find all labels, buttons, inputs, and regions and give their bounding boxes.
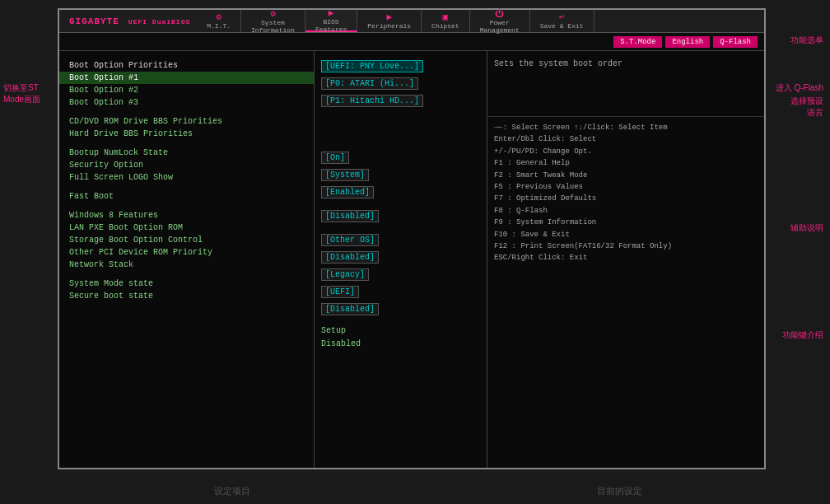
val-boot3: [P1: Hitachi HD...] <box>315 92 487 110</box>
annotation-help: 辅助说明 <box>790 222 823 234</box>
logo-subtitle: UEFI DualBIOS <box>128 18 190 26</box>
system-icon: ⚙ <box>270 8 276 19</box>
win8-value[interactable]: [Other OS] <box>321 234 379 246</box>
network-value[interactable]: [Disabled] <box>321 303 379 315</box>
other-pci-value[interactable]: [UEFI] <box>321 286 359 298</box>
tab-save-exit[interactable]: ↩ Save & Exit <box>530 10 595 32</box>
bios-label: BIOSFeatures <box>315 19 347 34</box>
storage-value[interactable]: [Legacy] <box>321 268 369 281</box>
tab-power[interactable]: ⏻ PowerManagement <box>470 10 530 32</box>
val-network: [Disabled] <box>315 301 487 318</box>
setting-cdvd-bbs[interactable]: CD/DVD ROM Drive BBS Priorities <box>59 115 314 128</box>
val-sep4 <box>315 225 487 231</box>
power-label: PowerManagement <box>480 20 520 35</box>
val-system-mode: Setup <box>315 324 487 338</box>
keybind-3: F1 : General Help <box>494 157 758 169</box>
tab-mit[interactable]: ⚙ M.I.T. <box>197 10 241 32</box>
val-sep2 <box>315 136 487 149</box>
annotation-switch-st2: Mode画面 <box>3 94 40 105</box>
setting-bootup-numlock[interactable]: Bootup NumLock State <box>59 147 314 159</box>
right-panel: Sets the system boot order →←: Select Sc… <box>487 51 764 468</box>
keybind-2: +/-/PU/PD: Change Opt. <box>494 146 758 157</box>
keybind-6: F7 : Optimized Defaults <box>494 193 758 204</box>
english-button[interactable]: English <box>665 36 710 48</box>
separator-5 <box>59 271 314 278</box>
setting-secure-boot-state[interactable]: Secure boot state <box>59 290 314 302</box>
setting-other-pci[interactable]: Other PCI Device ROM Priority <box>59 246 314 259</box>
brand-name: GIGABYTE <box>69 16 119 26</box>
fastboot-value[interactable]: [Disabled] <box>321 210 379 222</box>
val-numlock: [On] <box>315 149 487 166</box>
mode-bar: S.T.Mode English Q-Flash <box>59 33 764 51</box>
system-mode-value: Setup <box>321 326 346 335</box>
mit-label: M.I.T. <box>207 23 231 30</box>
val-boot1: [UEFI: PNY Love...] <box>315 58 487 75</box>
tab-bios[interactable]: ▶ BIOSFeatures <box>305 10 357 32</box>
mit-icon: ⚙ <box>216 12 221 22</box>
annotation-switch-st: 切换至ST <box>3 82 39 94</box>
keybind-9: F10 : Save & Exit <box>494 229 758 240</box>
annotation-qflash: 进入 Q-Flash <box>776 82 823 94</box>
tab-system[interactable]: ⚙ SystemInformation <box>241 10 305 32</box>
setting-full-screen-logo[interactable]: Full Screen LOGO Show <box>59 171 314 184</box>
val-sep3 <box>315 201 487 208</box>
separator-4 <box>59 203 314 209</box>
val-logo: [Enabled] <box>315 184 487 201</box>
bios-icon: ▶ <box>329 7 334 18</box>
bottom-labels: 设定项目 目前的设定 <box>58 485 766 497</box>
separator-3 <box>59 184 314 190</box>
setting-boot-option-priorities[interactable]: Boot Option Priorities <box>59 58 314 72</box>
boot3-value[interactable]: [P1: Hitachi HD...] <box>321 95 423 107</box>
security-value[interactable]: [System] <box>321 169 369 181</box>
setting-security-option[interactable]: Security Option <box>59 159 314 171</box>
setting-system-mode-state[interactable]: System Mode state <box>59 278 314 290</box>
annotation-func-menu: 功能选单 <box>790 35 823 46</box>
keybind-11: ESC/Right Click: Exit <box>494 252 758 264</box>
st-mode-button[interactable]: S.T.Mode <box>613 36 662 48</box>
annotation-lang2: 语言 <box>807 107 823 119</box>
setting-storage-boot[interactable]: Storage Boot Option Control <box>59 234 314 246</box>
chipset-label: Chipset <box>431 23 459 30</box>
lan-value[interactable]: [Disabled] <box>321 251 379 264</box>
keybind-10: F12 : Print Screen(FAT16/32 Format Only) <box>494 240 758 252</box>
peripherals-label: Peripherals <box>367 23 411 30</box>
bios-window: GIGABYTE UEFI DualBIOS ⚙ M.I.T. ⚙ System… <box>58 8 766 469</box>
val-sep5 <box>315 318 487 324</box>
val-sep1 <box>315 110 487 136</box>
val-win8: [Other OS] <box>315 231 487 249</box>
val-lan: [Disabled] <box>315 249 487 266</box>
values-panel: [UEFI: PNY Love...] [P0: ATARI (Hi...] [… <box>315 51 487 468</box>
setting-hdd-bbs[interactable]: Hard Drive BBS Priorities <box>59 128 314 140</box>
setting-boot-option-1[interactable]: Boot Option #1 <box>59 72 314 84</box>
keybind-0: →←: Select Screen ↑↓/Click: Select Item <box>494 122 758 133</box>
save-exit-label: Save & Exit <box>540 23 584 30</box>
val-security: [System] <box>315 166 487 184</box>
setting-fast-boot[interactable]: Fast Boot <box>59 190 314 203</box>
setting-boot-option-3[interactable]: Boot Option #3 <box>59 96 314 109</box>
set-items-text: 设定项目 <box>214 486 250 496</box>
bottom-label-current-set: 目前的设定 <box>597 485 642 497</box>
setting-windows8[interactable]: Windows 8 Features <box>59 209 314 222</box>
current-set-text: 目前的设定 <box>597 486 642 496</box>
annotation-keybind-intro: 功能键介绍 <box>782 329 823 341</box>
tab-chipset[interactable]: ▣ Chipset <box>422 10 470 32</box>
tab-peripherals[interactable]: ▶ Peripherals <box>357 10 422 32</box>
secure-boot-value: Disabled <box>321 339 361 348</box>
numlock-value[interactable]: [On] <box>321 152 349 164</box>
keybind-5: F5 : Previous Values <box>494 181 758 193</box>
logo-val[interactable]: [Enabled] <box>321 186 374 198</box>
setting-lan-pxe[interactable]: LAN PXE Boot Option ROM <box>59 222 314 234</box>
setting-boot-option-2[interactable]: Boot Option #2 <box>59 84 314 96</box>
separator-1 <box>59 109 314 115</box>
keybind-8: F9 : System Information <box>494 217 758 228</box>
settings-list: Boot Option Priorities Boot Option #1 Bo… <box>59 51 315 468</box>
boot2-value[interactable]: [P0: ATARI (Hi...] <box>321 77 418 90</box>
peripherals-icon: ▶ <box>386 12 392 22</box>
help-text: Sets the system boot order <box>494 58 758 70</box>
boot1-value[interactable]: [UEFI: PNY Love...] <box>321 60 423 72</box>
keybinds-box: →←: Select Screen ↑↓/Click: Select Item … <box>487 117 764 468</box>
q-flash-button[interactable]: Q-Flash <box>713 36 758 48</box>
setting-network-stack[interactable]: Network Stack <box>59 259 314 271</box>
save-exit-icon: ↩ <box>559 12 565 22</box>
system-label: SystemInformation <box>251 20 295 35</box>
